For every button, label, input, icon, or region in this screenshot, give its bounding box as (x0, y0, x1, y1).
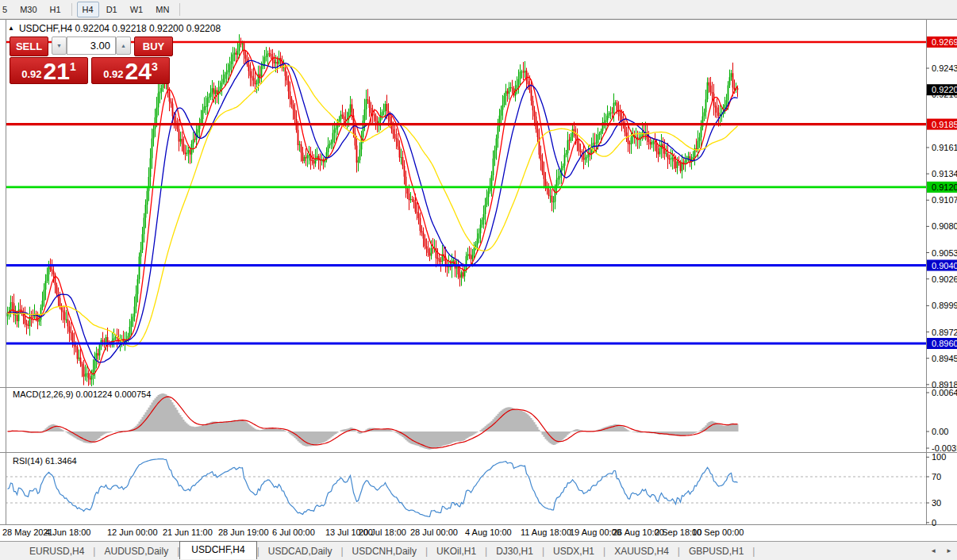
trade-prices-row: 0.92 21 1 0.92 24 3 (10, 57, 173, 84)
chart-header: ▲ USDCHF,H4 0.92204 0.92218 0.92200 0.92… (8, 23, 221, 34)
buy-button[interactable]: BUY (134, 36, 173, 56)
svg-text:0: 0 (932, 518, 936, 527)
svg-text:30: 30 (932, 498, 941, 508)
svg-text:MACD(12,26,9) 0.001224 0.00075: MACD(12,26,9) 0.001224 0.000754 (13, 389, 151, 399)
chart-window: 0.924300.921600.916150.913450.910750.908… (0, 19, 957, 542)
svg-text:0.89602: 0.89602 (932, 339, 957, 348)
chart-canvas[interactable]: 0.924300.921600.916150.913450.910750.908… (0, 20, 957, 542)
svg-text:0.92208: 0.92208 (932, 85, 957, 94)
tabs-scroll-left-icon[interactable]: ◄ (925, 547, 941, 554)
time-axis[interactable]: 28 May 20214 Jun 18:0012 Jun 00:0021 Jun… (2, 527, 744, 537)
timeframe-button-h1[interactable]: H1 (44, 2, 67, 17)
svg-text:11 Aug 18:00: 11 Aug 18:00 (521, 527, 571, 537)
macd-pane (8, 393, 738, 450)
svg-text:6 Jul 00:00: 6 Jul 00:00 (272, 527, 315, 537)
svg-text:0.90405: 0.90405 (932, 261, 957, 270)
timeframe-button-5[interactable]: 5 (0, 2, 13, 17)
ask-price-pip: 3 (152, 60, 158, 73)
bid-price-pip: 1 (70, 60, 76, 73)
svg-text:4 Aug 10:00: 4 Aug 10:00 (465, 527, 512, 537)
bid-price-prefix: 0.92 (21, 68, 41, 80)
chart-title: USDCHF,H4 0.92204 0.92218 0.92200 0.9220… (19, 23, 221, 34)
svg-text:0.90535: 0.90535 (932, 248, 957, 258)
timeframe-toolbar: 5M30H1H4D1W1MN (0, 0, 957, 19)
timeframe-button-h4[interactable]: H4 (77, 2, 99, 17)
collapse-arrow-icon[interactable]: ▲ (8, 25, 14, 32)
chart-tab-usdcad-daily[interactable]: USDCAD,Daily (259, 543, 341, 559)
tab-separator: | (752, 546, 755, 557)
svg-text:0.91615: 0.91615 (932, 143, 957, 152)
price-axis: 0.924300.921600.916150.913450.910750.908… (926, 63, 957, 527)
chart-tab-ukoil-h1[interactable]: UKOil,H1 (428, 543, 485, 559)
one-click-trading-widget: SELL ▼ ▲ BUY 0.92 21 1 0.92 24 3 (10, 36, 173, 84)
chart-tabs-bar: EURUSD,H4|AUDUSD,Daily|USDCHF,H4|USDCAD,… (0, 541, 957, 560)
svg-text:12 Jun 00:00: 12 Jun 00:00 (107, 527, 158, 537)
svg-text:70: 70 (932, 472, 941, 481)
svg-text:28 Jul 00:00: 28 Jul 00:00 (410, 527, 458, 537)
trade-controls-row: SELL ▼ ▲ BUY (10, 36, 173, 55)
candles (8, 34, 738, 387)
chart-tab-usdcnh-daily[interactable]: USDCNH,Daily (344, 543, 425, 559)
svg-text:10 Sep 00:00: 10 Sep 00:00 (692, 527, 744, 537)
tabs-scroll-right-icon[interactable]: ► (941, 547, 957, 554)
chart-tab-eurusd-h4[interactable]: EURUSD,H4 (21, 543, 93, 559)
svg-text:0.91208: 0.91208 (932, 182, 957, 192)
svg-text:100: 100 (932, 452, 946, 462)
timeframe-button-mn[interactable]: MN (150, 2, 175, 17)
svg-text:0.90265: 0.90265 (932, 274, 957, 284)
chart-tab-gbpusd-h1[interactable]: GBPUSD,H1 (680, 543, 752, 559)
svg-text:0.91075: 0.91075 (932, 195, 957, 205)
sell-button[interactable]: SELL (10, 36, 48, 56)
chart-tab-audusd-daily[interactable]: AUDUSD,Daily (95, 543, 177, 559)
svg-text:0.006451: 0.006451 (932, 388, 957, 397)
timeframe-button-d1[interactable]: D1 (101, 2, 123, 17)
svg-text:0.89450: 0.89450 (932, 354, 957, 363)
price-chart: 0.924300.921600.916150.913450.910750.908… (0, 20, 957, 545)
svg-text:20 Jul 18:00: 20 Jul 18:00 (359, 527, 406, 537)
svg-text:21 Jun 11:00: 21 Jun 11:00 (163, 527, 213, 537)
trading-terminal: 5M30H1H4D1W1MN 0.924300.921600.916150.91… (0, 0, 957, 560)
moving-averages (8, 50, 738, 374)
svg-text:0.92430: 0.92430 (932, 63, 957, 73)
svg-text:4 Jun 18:00: 4 Jun 18:00 (45, 527, 91, 537)
svg-text:28 Jun 19:00: 28 Jun 19:00 (218, 527, 269, 537)
svg-text:0.89990: 0.89990 (932, 301, 957, 310)
indicator-labels: MACD(12,26,9) 0.001224 0.000754RSI(14) 6… (13, 389, 151, 466)
svg-text:0.92699: 0.92699 (932, 37, 957, 47)
svg-text:0.91345: 0.91345 (932, 169, 957, 178)
svg-text:0.89720: 0.89720 (932, 328, 957, 337)
ask-price-main: 24 (125, 60, 152, 82)
chart-tab-usdx-h1[interactable]: USDX,H1 (544, 543, 603, 559)
timeframe-button-w1[interactable]: W1 (125, 2, 149, 17)
ask-price-prefix: 0.92 (103, 68, 123, 80)
rsi-pane (6, 459, 926, 517)
toolbar-separator (179, 3, 180, 16)
bid-price-box[interactable]: 0.92 21 1 (10, 57, 88, 84)
chart-tab-usdchf-h4[interactable]: USDCHF,H4 (179, 541, 256, 559)
svg-text:0.90805: 0.90805 (932, 221, 957, 231)
bid-price-main: 21 (44, 60, 70, 82)
timeframe-button-m30[interactable]: M30 (14, 2, 42, 17)
lot-size-input[interactable] (67, 36, 116, 55)
lot-decrease-button[interactable]: ▼ (52, 36, 67, 55)
level-lines (6, 42, 926, 343)
chart-tab-xauusd-h4[interactable]: XAUUSD,H4 (605, 543, 678, 559)
svg-text:RSI(14) 61.3464: RSI(14) 61.3464 (13, 456, 77, 466)
svg-text:-0.00350: -0.00350 (932, 443, 957, 453)
svg-text:0.00: 0.00 (932, 427, 948, 436)
svg-text:0.91855: 0.91855 (932, 120, 957, 129)
toolbar-separator (71, 3, 72, 16)
ask-price-box[interactable]: 0.92 24 3 (91, 57, 170, 84)
chart-tab-dj30-h1[interactable]: DJ30,H1 (487, 543, 542, 559)
lot-increase-button[interactable]: ▲ (116, 36, 131, 55)
